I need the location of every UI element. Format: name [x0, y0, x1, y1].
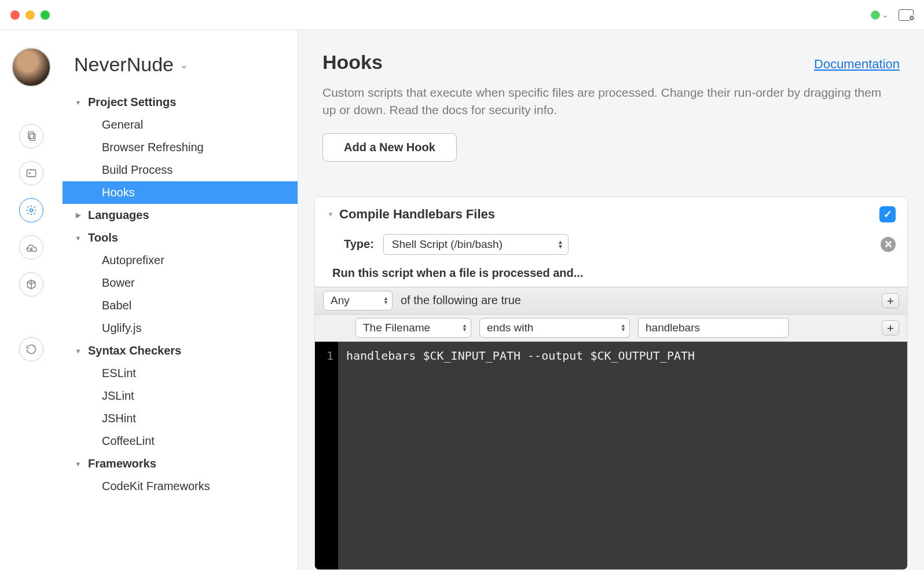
section-tools[interactable]: ▼ Tools	[63, 226, 298, 249]
condition-subject-value: The Filename	[363, 321, 430, 334]
window-titlebar: ⌄	[0, 0, 924, 30]
files-tab-icon[interactable]	[19, 124, 43, 148]
disclosure-triangle-icon: ▼	[74, 348, 82, 355]
section-syntax-checkers[interactable]: ▼ Syntax Checkers	[63, 339, 298, 362]
condition-operator-value: ends with	[487, 321, 533, 334]
stepper-icon: ▲▼	[462, 324, 467, 332]
documentation-link[interactable]: Documentation	[814, 57, 900, 72]
hook-type-select[interactable]: Shell Script (/bin/bash) ▲▼	[383, 234, 569, 255]
nav-eslint[interactable]: ESLint	[63, 362, 298, 385]
disclosure-triangle-icon: ▼	[74, 461, 82, 467]
section-label: Tools	[88, 231, 118, 244]
page-title: Hooks	[322, 51, 383, 74]
server-tab-icon[interactable]	[19, 235, 43, 260]
condition-value-text: handlebars	[646, 321, 700, 334]
condition-value-input[interactable]: handlebars	[638, 318, 789, 338]
nav-codekit-frameworks[interactable]: CodeKit Frameworks	[63, 475, 298, 498]
section-label: Frameworks	[88, 457, 156, 470]
condition-operator-select[interactable]: ends with ▲▼	[479, 318, 630, 338]
icon-rail	[0, 30, 63, 570]
build-status[interactable]: ⌄	[871, 10, 888, 20]
status-dot-icon	[871, 10, 880, 20]
remove-hook-button[interactable]: ✕	[881, 237, 896, 252]
hook-enabled-checkbox[interactable]: ✓	[879, 206, 896, 222]
settings-sidebar: NeverNude ⌄ ▼ Project Settings General B…	[63, 30, 298, 570]
page-description: Custom scripts that execute when specifi…	[322, 84, 890, 119]
project-avatar[interactable]	[12, 48, 51, 87]
nav-build-process[interactable]: Build Process	[63, 159, 298, 181]
hook-card: ▼ Compile Handlebars Files ✓ Type: Shell…	[314, 196, 908, 570]
svg-point-3	[30, 209, 33, 212]
add-condition-group-button[interactable]: ＋	[882, 293, 899, 308]
section-label: Syntax Checkers	[88, 344, 181, 357]
section-project-settings[interactable]: ▼ Project Settings	[63, 91, 298, 114]
svg-rect-1	[30, 134, 35, 141]
stepper-icon: ▲▼	[383, 297, 388, 305]
condition-group-bar: Any ▲▼ of the following are true ＋	[315, 287, 907, 315]
nav-uglifyjs[interactable]: Uglify.js	[63, 317, 298, 339]
terminal-tab-icon[interactable]	[19, 161, 43, 185]
type-label: Type:	[344, 237, 374, 251]
disclosure-triangle-icon[interactable]: ▼	[327, 210, 335, 218]
chevron-down-icon: ⌄	[882, 11, 888, 19]
section-label: Languages	[88, 209, 149, 222]
condition-suffix: of the following are true	[401, 294, 521, 307]
project-switcher[interactable]: NeverNude ⌄	[63, 49, 298, 91]
hook-type-value: Shell Script (/bin/bash)	[392, 238, 503, 250]
minimize-window-button[interactable]	[25, 10, 35, 20]
refresh-tab-icon[interactable]	[19, 337, 43, 361]
preview-settings-icon[interactable]	[899, 9, 914, 21]
chevron-down-icon: ⌄	[179, 59, 188, 71]
hook-title: Compile Handlebars Files	[339, 207, 495, 222]
condition-subject-select[interactable]: The Filename ▲▼	[355, 318, 471, 338]
disclosure-triangle-icon: ▶	[74, 211, 82, 219]
disclosure-triangle-icon: ▼	[74, 235, 82, 242]
nav-coffeelint[interactable]: CoffeeLint	[63, 430, 298, 452]
add-hook-button[interactable]: Add a New Hook	[322, 133, 457, 162]
add-condition-button[interactable]: ＋	[882, 320, 899, 335]
nav-general[interactable]: General	[63, 114, 298, 136]
project-name-label: NeverNude	[74, 53, 174, 76]
traffic-lights	[10, 10, 50, 20]
stepper-icon: ▲▼	[621, 324, 626, 332]
close-window-button[interactable]	[10, 10, 20, 20]
settings-tab-icon[interactable]	[19, 198, 43, 222]
editor-gutter: 1	[315, 342, 338, 569]
packages-tab-icon[interactable]	[19, 272, 43, 297]
section-frameworks[interactable]: ▼ Frameworks	[63, 452, 298, 475]
any-all-select[interactable]: Any ▲▼	[323, 291, 393, 310]
condition-row: The Filename ▲▼ ends with ▲▼ handlebars …	[315, 315, 907, 342]
svg-rect-0	[28, 132, 34, 139]
section-languages[interactable]: ▶ Languages	[63, 204, 298, 226]
nav-jslint[interactable]: JSLint	[63, 385, 298, 407]
disclosure-triangle-icon: ▼	[74, 99, 82, 106]
svg-rect-2	[27, 170, 36, 177]
run-condition-label: Run this script when a file is processed…	[332, 261, 907, 287]
any-all-value: Any	[331, 294, 350, 306]
script-editor[interactable]: 1 handlebars $CK_INPUT_PATH --output $CK…	[315, 342, 907, 569]
zoom-window-button[interactable]	[41, 10, 50, 20]
editor-code[interactable]: handlebars $CK_INPUT_PATH --output $CK_O…	[338, 342, 695, 569]
nav-autoprefixer[interactable]: Autoprefixer	[63, 249, 298, 272]
nav-hooks[interactable]: Hooks	[63, 181, 298, 204]
nav-jshint[interactable]: JSHint	[63, 407, 298, 430]
line-number: 1	[315, 349, 333, 363]
nav-browser-refreshing[interactable]: Browser Refreshing	[63, 136, 298, 159]
section-label: Project Settings	[88, 96, 176, 109]
nav-bower[interactable]: Bower	[63, 272, 298, 294]
main-content: Hooks Documentation Custom scripts that …	[298, 30, 924, 570]
stepper-icon: ▲▼	[558, 240, 563, 249]
nav-babel[interactable]: Babel	[63, 294, 298, 317]
